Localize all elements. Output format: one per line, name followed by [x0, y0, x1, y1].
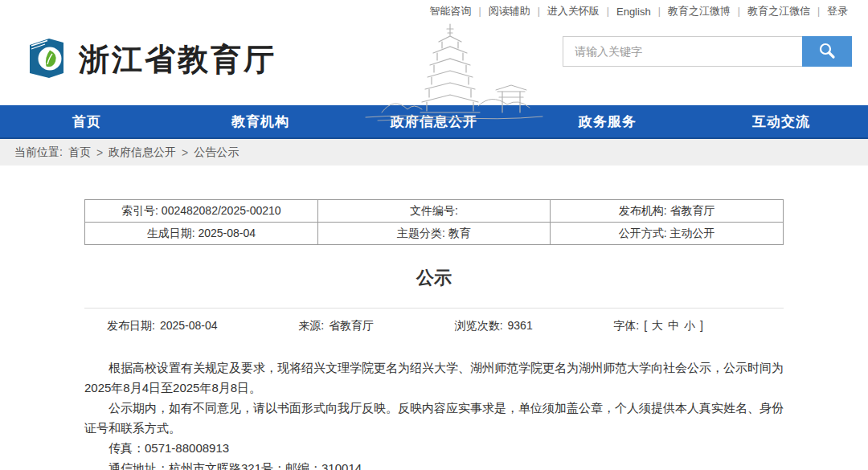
separator: >	[96, 146, 103, 159]
view-count: 浏览次数: 9361	[455, 319, 533, 333]
separator: |	[817, 6, 820, 17]
paragraph: 根据高校设置有关规定及要求，现将绍兴文理学院更名为绍兴大学、湖州师范学院更名为湖…	[84, 358, 784, 398]
nav-item-interaction[interactable]: 互动交流	[694, 105, 868, 137]
separator: |	[738, 6, 740, 17]
content-area: 索引号: 002482082/2025-00210 文件编号: 发布机构: 省教…	[0, 166, 868, 470]
site-title: 浙江省教育厅	[79, 39, 276, 80]
publish-date: 发布日期: 2025-08-04	[107, 319, 218, 333]
font-size-label: 字体:	[613, 319, 639, 333]
source-label: 来源:	[298, 319, 324, 333]
article-body: 根据高校设置有关规定及要求，现将绍兴文理学院更名为绍兴大学、湖州师范学院更名为湖…	[84, 358, 784, 470]
breadcrumb-item-announcements: 公告公示	[194, 145, 239, 160]
source-value: 省教育厅	[329, 319, 374, 333]
separator: |	[538, 6, 540, 17]
cell-issuing-agency: 发布机构: 省教育厅	[551, 200, 784, 223]
search-button[interactable]	[802, 36, 852, 67]
page-title: 公示	[0, 266, 868, 290]
separator: |	[658, 6, 661, 17]
separator: |	[479, 6, 481, 17]
source: 来源: 省教育厅	[298, 319, 374, 333]
topbar-link-wechat[interactable]: 教育之江微信	[747, 4, 810, 18]
paragraph-fax: 传真：0571-88008913	[84, 438, 784, 458]
cell-index-number: 索引号: 002482082/2025-00210	[85, 200, 318, 223]
font-size-large-button[interactable]: 大	[652, 319, 663, 333]
font-size-switcher: 字体: [ 大 中 小 ]	[613, 319, 703, 333]
search-input[interactable]	[563, 36, 802, 67]
topbar-link-weibo[interactable]: 教育之江微博	[668, 4, 731, 18]
topbar-link-english[interactable]: English	[616, 6, 651, 18]
book-with-leaf-icon	[23, 35, 69, 84]
breadcrumb: 当前位置: 首页 > 政府信息公开 > 公告公示	[0, 139, 868, 166]
topbar-link-login[interactable]: 登录	[827, 4, 848, 18]
topbar: 智能咨询 | 阅读辅助 | 进入关怀版 | English | 教育之江微博 |…	[0, 0, 868, 22]
topbar-link-reading-aid[interactable]: 阅读辅助	[489, 4, 530, 18]
separator: |	[607, 6, 609, 17]
separator: >	[182, 146, 188, 159]
search-bar	[563, 36, 852, 67]
paragraph-address: 通信地址：杭州市文晖路321号；邮编：310014	[84, 458, 784, 470]
view-count-value: 9361	[508, 319, 533, 333]
pagoda-ink-sketch	[350, 22, 559, 126]
bracket: ]	[700, 319, 703, 333]
table-row: 生成日期: 2025-08-04 主题分类: 教育 公开方式: 主动公开	[85, 223, 784, 245]
bracket: [	[644, 319, 647, 333]
font-size-small-button[interactable]: 小	[684, 319, 695, 333]
nav-item-home[interactable]: 首页	[0, 105, 174, 137]
magnifier-icon	[817, 41, 837, 63]
font-size-medium-button[interactable]: 中	[668, 319, 679, 333]
publish-date-value: 2025-08-04	[160, 319, 218, 333]
site-logo[interactable]: 浙江省教育厅	[23, 35, 276, 84]
view-count-label: 浏览次数:	[455, 319, 503, 333]
cell-file-number: 文件编号:	[317, 200, 551, 223]
publish-date-label: 发布日期:	[107, 319, 155, 333]
nav-item-education-institutions[interactable]: 教育机构	[174, 105, 347, 137]
divider	[84, 308, 784, 309]
document-info-table: 索引号: 002482082/2025-00210 文件编号: 发布机构: 省教…	[84, 199, 784, 245]
cell-creation-date: 生成日期: 2025-08-04	[85, 223, 318, 245]
site-header: 浙江省教育厅	[0, 22, 868, 105]
breadcrumb-item-government-info[interactable]: 政府信息公开	[108, 145, 176, 160]
topbar-link-care-version[interactable]: 进入关怀版	[547, 4, 600, 18]
breadcrumb-item-home[interactable]: 首页	[68, 145, 91, 160]
article-meta: 发布日期: 2025-08-04 来源: 省教育厅 浏览次数: 9361 字体:…	[107, 319, 703, 333]
breadcrumb-prefix: 当前位置:	[14, 145, 63, 160]
cell-disclosure-method: 公开方式: 主动公开	[551, 223, 784, 245]
cell-topic-category: 主题分类: 教育	[317, 223, 551, 245]
table-row: 索引号: 002482082/2025-00210 文件编号: 发布机构: 省教…	[85, 200, 784, 223]
paragraph: 公示期内，如有不同意见，请以书面形式向我厅反映。反映内容应实事求是，单位须加盖公…	[84, 398, 784, 438]
topbar-link-smart-consult[interactable]: 智能咨询	[430, 4, 472, 18]
